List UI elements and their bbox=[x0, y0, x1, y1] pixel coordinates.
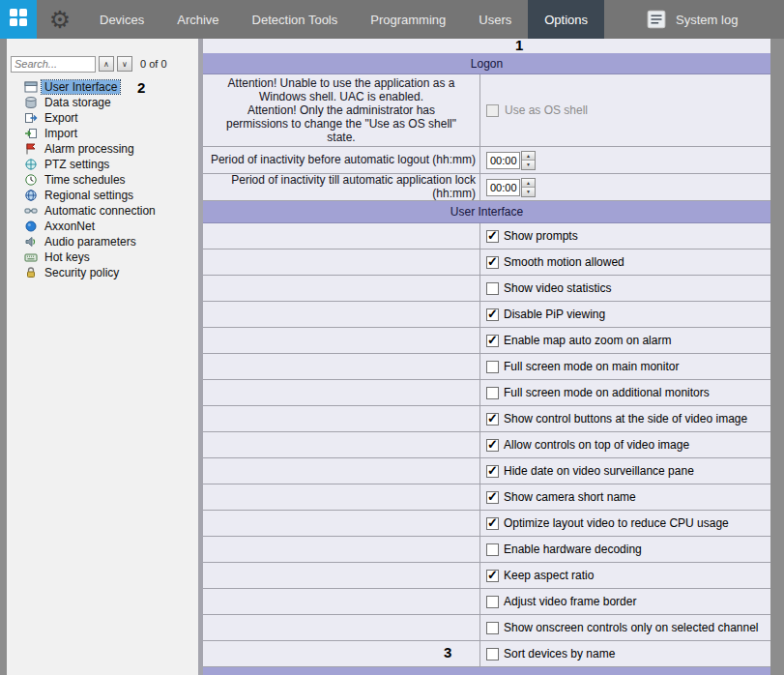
hide-date-checkbox[interactable] bbox=[486, 465, 499, 478]
annotation-step-3: 3 bbox=[444, 644, 451, 660]
option-label: Optimize layout video to reduce CPU usag… bbox=[504, 516, 729, 530]
option-label: Full screen mode on main monitor bbox=[504, 360, 679, 373]
annotation-step-1: 1 bbox=[515, 37, 523, 53]
panel-top-gap bbox=[203, 39, 770, 53]
option-row: Smooth motion allowed bbox=[203, 249, 770, 276]
globe-icon bbox=[24, 189, 38, 202]
option-row: Keep aspect ratio bbox=[203, 563, 770, 589]
option-label: Enable hardware decoding bbox=[504, 543, 642, 556]
inactivity-logout-value[interactable]: 00:00 bbox=[486, 152, 520, 169]
option-label: Show camera short name bbox=[504, 490, 636, 504]
option-row: Show control buttons at the side of vide… bbox=[203, 406, 770, 432]
spinner-down-button[interactable]: ▼ bbox=[522, 188, 535, 196]
search-next-button[interactable]: ∨ bbox=[117, 56, 132, 72]
os-shell-row: Attention! Unable to use the application… bbox=[203, 74, 770, 147]
menu-item-programming[interactable]: Programming bbox=[354, 0, 462, 39]
menu-item-options[interactable]: Options bbox=[528, 0, 604, 39]
window-body: ∧ ∨ 0 of 0 User Interface Data storage E… bbox=[0, 39, 784, 675]
menu-item-users[interactable]: Users bbox=[462, 0, 528, 39]
sort-devices-checkbox[interactable] bbox=[486, 648, 499, 660]
option-label: Allow controls on top of video image bbox=[504, 438, 689, 452]
hardware-decoding-checkbox[interactable] bbox=[486, 543, 499, 556]
disable-pip-checkbox[interactable] bbox=[486, 308, 499, 321]
menu-item-detection-tools[interactable]: Detection Tools bbox=[236, 0, 355, 39]
sidebar-item-time-schedules[interactable]: Time schedules bbox=[24, 172, 198, 188]
sidebar-item-label: Security policy bbox=[42, 266, 122, 279]
inactivity-logout-label: Period of inactivity before automatic lo… bbox=[203, 147, 480, 173]
settings-panel: Logon Attention! Unable to use the appli… bbox=[203, 39, 770, 675]
keep-aspect-ratio-checkbox[interactable] bbox=[486, 570, 499, 582]
sidebar-item-ptz-settings[interactable]: PTZ settings bbox=[24, 157, 198, 172]
spinner-down-button[interactable]: ▼ bbox=[522, 161, 535, 169]
options-sidebar: ∧ ∨ 0 of 0 User Interface Data storage E… bbox=[7, 39, 198, 675]
show-prompts-checkbox[interactable] bbox=[486, 230, 499, 243]
crosshair-icon bbox=[24, 158, 38, 171]
smooth-motion-checkbox[interactable] bbox=[486, 256, 499, 269]
map-auto-zoom-checkbox[interactable] bbox=[486, 335, 499, 347]
speaker-icon bbox=[24, 235, 38, 249]
inactivity-logout-spinner: 00:00 ▲ ▼ bbox=[486, 151, 536, 170]
sidebar-item-regional-settings[interactable]: Regional settings bbox=[24, 188, 198, 203]
optimize-layout-checkbox[interactable] bbox=[486, 517, 499, 530]
sidebar-item-export[interactable]: Export bbox=[24, 110, 198, 126]
sidebar-item-axxonnet[interactable]: AxxonNet bbox=[24, 219, 198, 234]
option-row: Show onscreen controls only on selected … bbox=[203, 615, 770, 641]
sidebar-item-label: Audio parameters bbox=[42, 235, 139, 249]
layout-grid-icon bbox=[9, 8, 28, 31]
search-match-count: 0 of 0 bbox=[140, 58, 167, 70]
option-row: Show camera short name bbox=[203, 484, 770, 511]
sidebar-item-alarm-processing[interactable]: Alarm processing bbox=[24, 141, 198, 157]
annotation-step-2: 2 bbox=[137, 79, 145, 96]
red-flag-icon bbox=[24, 142, 38, 156]
inactivity-logout-row: Period of inactivity before automatic lo… bbox=[203, 147, 770, 174]
inactivity-lock-value[interactable]: 00:00 bbox=[486, 179, 520, 196]
option-row: Hide date on video surveillance pane bbox=[203, 458, 770, 484]
sidebar-item-security-policy[interactable]: Security policy bbox=[24, 265, 198, 280]
search-previous-button[interactable]: ∧ bbox=[99, 56, 114, 72]
option-label: Full screen mode on additional monitors bbox=[504, 386, 710, 399]
sidebar-item-audio-parameters[interactable]: Audio parameters bbox=[24, 234, 198, 249]
attention-notice: Attention! Unable to use the application… bbox=[203, 74, 480, 146]
option-label: Disable PiP viewing bbox=[504, 308, 605, 321]
sidebar-item-import[interactable]: Import bbox=[24, 126, 198, 141]
blue-sphere-icon bbox=[24, 220, 38, 233]
menu-item-archive[interactable]: Archive bbox=[160, 0, 235, 39]
onscreen-controls-selected-channel-checkbox[interactable] bbox=[486, 622, 499, 634]
option-label: Adjust video frame border bbox=[504, 595, 636, 608]
spinner-up-button[interactable]: ▲ bbox=[522, 179, 535, 189]
export-arrow-icon bbox=[24, 111, 38, 125]
show-video-statistics-checkbox[interactable] bbox=[486, 282, 499, 295]
menu-item-devices[interactable]: Devices bbox=[83, 0, 160, 39]
database-icon bbox=[24, 96, 38, 109]
control-buttons-side-checkbox[interactable] bbox=[486, 413, 499, 426]
settings-gear-button[interactable]: ⚙ bbox=[37, 0, 83, 39]
option-label: Show prompts bbox=[504, 229, 578, 243]
spinner-up-button[interactable]: ▲ bbox=[522, 152, 535, 161]
option-row: Enable hardware decoding bbox=[203, 537, 770, 563]
inactivity-lock-spinner: 00:00 ▲ ▼ bbox=[486, 178, 536, 197]
right-edge-strip bbox=[770, 39, 784, 675]
option-row: Show video statistics bbox=[203, 276, 770, 302]
search-input[interactable] bbox=[11, 56, 96, 73]
option-row: Allow controls on top of video image bbox=[203, 432, 770, 458]
sidebar-item-user-interface[interactable]: User Interface bbox=[24, 79, 198, 95]
sidebar-item-automatic-connection[interactable]: Automatic connection bbox=[24, 203, 198, 219]
fullscreen-main-monitor-checkbox[interactable] bbox=[486, 361, 499, 373]
sidebar-item-label: Time schedules bbox=[42, 173, 129, 187]
menu-item-system-log[interactable]: System log bbox=[629, 0, 754, 39]
option-label: Hide date on video surveillance pane bbox=[504, 464, 694, 478]
sidebar-item-label: Alarm processing bbox=[42, 142, 137, 156]
video-frame-border-checkbox[interactable] bbox=[486, 596, 499, 608]
camera-short-name-checkbox[interactable] bbox=[486, 491, 499, 504]
left-edge-strip bbox=[0, 39, 7, 675]
sidebar-item-hot-keys[interactable]: Hot keys bbox=[24, 249, 198, 265]
sidebar-item-data-storage[interactable]: Data storage bbox=[24, 95, 198, 110]
triangle-down-icon: ▼ bbox=[526, 161, 531, 167]
use-as-os-shell-checkbox[interactable] bbox=[486, 104, 499, 117]
triangle-down-icon: ▼ bbox=[526, 189, 531, 194]
controls-on-top-checkbox[interactable] bbox=[486, 439, 499, 452]
lock-icon bbox=[24, 266, 38, 279]
app-menu-button[interactable] bbox=[0, 0, 37, 39]
triangle-up-icon: ▲ bbox=[526, 153, 531, 159]
fullscreen-additional-monitors-checkbox[interactable] bbox=[486, 387, 499, 399]
